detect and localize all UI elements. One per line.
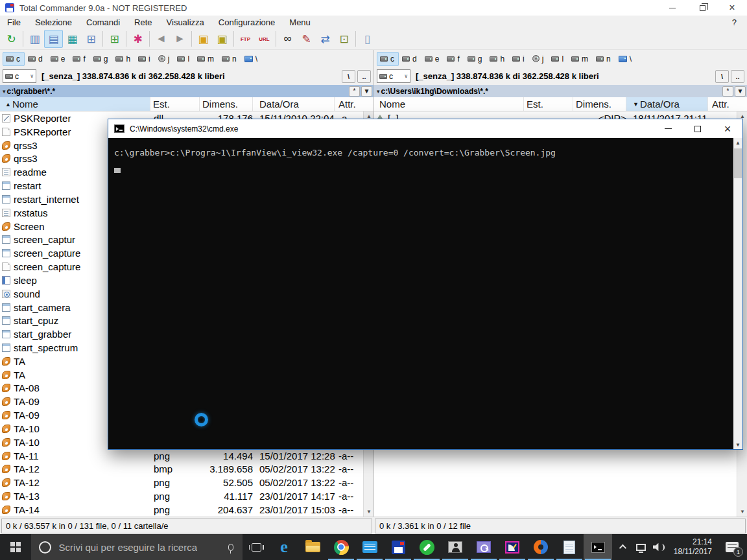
toolbar-search-button[interactable]: ∞: [278, 30, 297, 48]
taskbar-search[interactable]: Scrivi qui per eseguire la ricerca: [31, 534, 219, 560]
drive-button-j[interactable]: j: [529, 52, 549, 66]
taskbar-app-chrome[interactable]: [327, 534, 355, 560]
toolbar-unpack-button[interactable]: ▣: [194, 30, 213, 48]
drive-button-network[interactable]: \: [615, 52, 636, 66]
file-row[interactable]: TA-13png41.11723/01/2017 14:17-a--: [0, 489, 363, 503]
toolbar-pack-button[interactable]: ▣: [213, 30, 231, 48]
left-updir-button[interactable]: ..: [357, 70, 371, 83]
taskbar-app-total-commander[interactable]: [384, 534, 412, 560]
file-row[interactable]: TA-12png52.50505/02/2017 13:22-a--: [0, 476, 363, 489]
menu-item-configurazione[interactable]: Configurazione: [211, 16, 282, 29]
taskbar-app-whatsapp[interactable]: [412, 534, 441, 560]
file-row[interactable]: TA-12bmp3.189.65805/02/2017 13:22-a--: [0, 463, 363, 476]
drive-button-m[interactable]: m: [568, 52, 593, 66]
toolbar-tree-view-button[interactable]: ⊞: [82, 30, 101, 48]
left-drive-combobox[interactable]: c ∨: [3, 69, 36, 83]
cmd-close-button[interactable]: ×: [713, 119, 742, 138]
drive-button-j[interactable]: j: [155, 52, 174, 66]
start-button[interactable]: [0, 534, 31, 560]
right-path-bar[interactable]: ▾ c:\Users\ik1hg\Downloads\*.* * ▼: [374, 85, 747, 97]
right-drive-combobox[interactable]: c ∨: [377, 69, 410, 83]
taskbar-app-edge[interactable]: e: [270, 534, 298, 560]
column-header-size[interactable]: Dimens.: [573, 97, 626, 111]
menu-item-file[interactable]: File: [0, 16, 28, 29]
drive-button-g[interactable]: g: [90, 52, 113, 66]
taskbar-clock[interactable]: 21:14 18/11/2017: [668, 534, 717, 560]
cmd-window[interactable]: C:\Windows\system32\cmd.exe × c:\grabber…: [108, 119, 743, 450]
toolbar-brief-view-button[interactable]: ▥: [25, 30, 44, 48]
tc-restore-button[interactable]: [687, 0, 717, 16]
drive-button-g[interactable]: g: [464, 52, 487, 66]
drive-button-h[interactable]: h: [486, 52, 509, 66]
taskbar-app-media-viewer[interactable]: [469, 534, 498, 560]
drive-button-n[interactable]: n: [219, 52, 241, 66]
taskbar-app-mail[interactable]: [355, 534, 384, 560]
right-filter-button[interactable]: *: [722, 86, 733, 97]
menu-item-rete[interactable]: Rete: [127, 16, 159, 29]
column-header-ext[interactable]: Est.: [150, 97, 200, 111]
action-center-button[interactable]: 1: [717, 534, 747, 560]
right-history-button[interactable]: ▼: [735, 86, 746, 97]
tc-close-button[interactable]: ×: [717, 0, 747, 16]
drive-button-d[interactable]: d: [399, 52, 421, 66]
task-view-button[interactable]: [243, 534, 270, 560]
drive-button-m[interactable]: m: [194, 52, 219, 66]
taskbar-app-sync[interactable]: [527, 534, 555, 560]
taskbar-app-file-explorer[interactable]: [298, 534, 327, 560]
right-root-button[interactable]: \: [715, 70, 729, 83]
menu-item-menu[interactable]: Menu: [282, 16, 318, 29]
toolbar-sync-dirs-button[interactable]: ⇄: [316, 30, 335, 48]
cmd-minimize-button[interactable]: [653, 119, 683, 138]
drive-button-n[interactable]: n: [593, 52, 615, 66]
taskbar-app-satellite[interactable]: [498, 534, 527, 560]
column-header-date[interactable]: Data/Ora: [253, 97, 335, 111]
menu-item-visualizza[interactable]: Visualizza: [160, 16, 211, 29]
drive-button-l[interactable]: l: [548, 52, 568, 66]
cmd-console[interactable]: c:\grabber>c:\Progra~1\IrfanView\i_view3…: [108, 138, 742, 449]
toolbar-forward-button[interactable]: ►: [171, 30, 189, 48]
column-header-date[interactable]: ▼Data/Ora: [626, 97, 708, 111]
toolbar-multi-rename-button[interactable]: ✎: [297, 30, 316, 48]
scrollbar-thumb[interactable]: [734, 148, 742, 178]
left-history-button[interactable]: ▼: [361, 86, 372, 97]
left-filter-button[interactable]: *: [349, 86, 360, 97]
cmd-maximize-button[interactable]: [683, 119, 713, 138]
drive-button-l[interactable]: l: [174, 52, 194, 66]
file-row[interactable]: TA-14png204.63723/01/2017 15:03-a--: [0, 503, 363, 517]
scroll-down-icon[interactable]: ▼: [733, 440, 742, 449]
menu-help[interactable]: ?: [722, 16, 747, 29]
drive-button-c[interactable]: c: [377, 52, 399, 66]
column-header-ext[interactable]: Est.: [524, 97, 573, 111]
file-row[interactable]: TA-11png14.49415/01/2017 12:28-a--: [0, 449, 363, 463]
right-updir-button[interactable]: ..: [731, 70, 744, 83]
cmd-titlebar[interactable]: C:\Windows\system32\cmd.exe ×: [108, 119, 742, 138]
drive-button-e[interactable]: e: [47, 52, 70, 66]
column-header-attr[interactable]: Attr.: [335, 97, 363, 111]
scroll-up-icon[interactable]: ▲: [733, 138, 742, 147]
drive-button-i[interactable]: i: [135, 52, 155, 66]
menu-item-selezione[interactable]: Selezione: [28, 16, 79, 29]
network-button[interactable]: [632, 534, 650, 560]
menu-item-comandi[interactable]: Comandi: [79, 16, 127, 29]
drive-button-f[interactable]: f: [69, 52, 89, 66]
tc-minimize-button[interactable]: [658, 0, 687, 16]
toolbar-ftp-url-button[interactable]: URL: [255, 30, 274, 48]
microphone-button[interactable]: [219, 534, 243, 560]
drive-button-i[interactable]: i: [509, 52, 529, 66]
toolbar-full-view-button[interactable]: ▤: [44, 30, 63, 48]
column-header-name[interactable]: Nome: [374, 97, 524, 111]
left-path-bar[interactable]: ▾ c:\grabber\*.* * ▼: [0, 85, 374, 97]
column-header-size[interactable]: Dimens.: [200, 97, 253, 111]
drive-button-d[interactable]: d: [25, 52, 47, 66]
drive-button-e[interactable]: e: [421, 52, 444, 66]
toolbar-dir-tree-button[interactable]: ⊞: [105, 30, 124, 48]
toolbar-back-button[interactable]: ◄: [152, 30, 171, 48]
drive-button-h[interactable]: h: [112, 52, 135, 66]
toolbar-notepad-button[interactable]: ▯: [358, 30, 377, 48]
toolbar-refresh-button[interactable]: ↻: [2, 30, 21, 48]
tray-expand-button[interactable]: [612, 534, 632, 560]
taskbar-app-photos[interactable]: [441, 534, 469, 560]
toolbar-ftp-connect-button[interactable]: FTP: [236, 30, 255, 48]
toolbar-favorites-button[interactable]: ✱: [128, 30, 147, 48]
taskbar-app-cmd[interactable]: [584, 534, 612, 560]
